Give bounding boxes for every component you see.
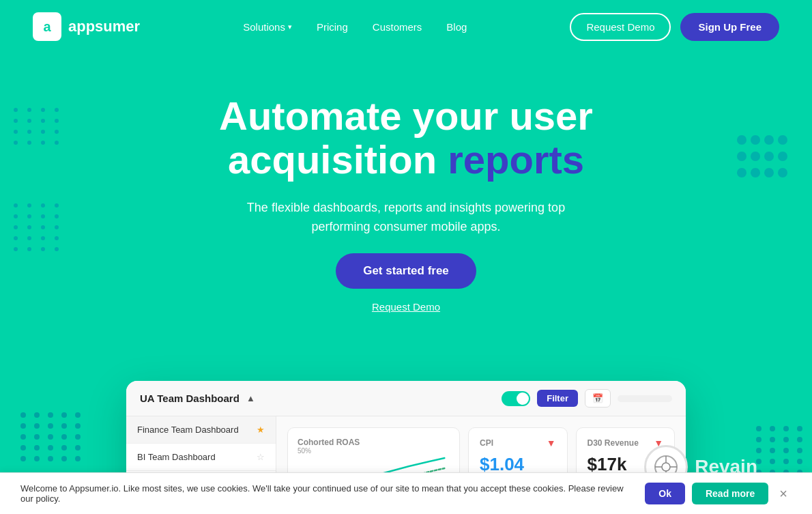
cpi-title: CPI ▼	[480, 438, 556, 448]
dots-decoration-left-top	[14, 108, 61, 145]
toggle-thumb	[517, 392, 529, 405]
logo-icon: a	[33, 12, 61, 41]
dashboard-controls: Filter 📅	[502, 389, 672, 408]
sidebar-item-finance[interactable]: Finance Team Dashboard ★	[126, 416, 276, 444]
logo[interactable]: a appsumer	[33, 12, 140, 41]
calendar-button[interactable]: 📅	[585, 389, 611, 408]
cookie-close-button[interactable]: ×	[775, 486, 792, 502]
sidebar-bi-label: BI Team Dashboard	[137, 452, 216, 462]
cpi-arrow-down-icon: ▼	[547, 438, 556, 448]
request-demo-button[interactable]: Request Demo	[570, 13, 671, 41]
svg-point-1	[662, 463, 670, 471]
navbar: a appsumer Solutions ▾ Pricing Customers…	[0, 0, 812, 53]
filter-button[interactable]: Filter	[537, 390, 578, 407]
dashboard-title: UA Team Dashboard	[140, 392, 240, 404]
sign-up-button[interactable]: Sign Up Free	[680, 13, 779, 41]
nav-customers[interactable]: Customers	[373, 21, 422, 33]
date-range	[618, 395, 672, 402]
chevron-down-icon: ▾	[288, 23, 292, 31]
cookie-text: Welcome to Appsumer.io. Like most sites,…	[20, 483, 631, 504]
hero-demo-link[interactable]: Request Demo	[27, 301, 785, 313]
star-empty-icon: ☆	[257, 452, 265, 462]
hero-headline: Automate your user acquisition reports	[167, 94, 645, 182]
toggle-switch[interactable]	[502, 391, 530, 406]
sidebar-finance-label: Finance Team Dashboard	[137, 425, 239, 435]
dashboard-title-row: UA Team Dashboard ▲	[140, 392, 255, 404]
star-icon: ★	[257, 425, 265, 435]
hero-section: Automate your user acquisition reports T…	[0, 53, 812, 381]
cookie-buttons: Ok Read more ×	[645, 483, 792, 504]
get-started-button[interactable]: Get started free	[336, 253, 476, 289]
dots-decoration-right	[737, 135, 785, 177]
nav-links: Solutions ▾ Pricing Customers Blog	[243, 21, 467, 33]
chart-label-50: 50%	[298, 447, 311, 455]
nav-solutions[interactable]: Solutions ▾	[243, 21, 292, 33]
cookie-read-more-button[interactable]: Read more	[692, 483, 768, 504]
nav-blog[interactable]: Blog	[446, 21, 467, 33]
calendar-icon: 📅	[592, 393, 603, 403]
logo-text: appsumer	[68, 18, 140, 35]
dots-decoration-left-bottom	[14, 203, 61, 251]
dots-bottom-left	[20, 412, 83, 461]
cohorted-roas-title: Cohorted ROAS	[298, 438, 450, 447]
nav-buttons: Request Demo Sign Up Free	[570, 13, 779, 41]
cookie-banner: Welcome to Appsumer.io. Like most sites,…	[0, 472, 812, 514]
cookie-ok-button[interactable]: Ok	[645, 483, 685, 504]
dots-bottom-right	[756, 426, 805, 475]
dashboard-chevron-icon[interactable]: ▲	[246, 393, 255, 403]
nav-pricing[interactable]: Pricing	[317, 21, 348, 33]
sidebar-item-bi[interactable]: BI Team Dashboard ☆	[126, 444, 276, 471]
dashboard-header: UA Team Dashboard ▲ Filter 📅	[126, 381, 686, 416]
hero-subtext: The flexible dashboards, reports and ins…	[229, 198, 583, 238]
